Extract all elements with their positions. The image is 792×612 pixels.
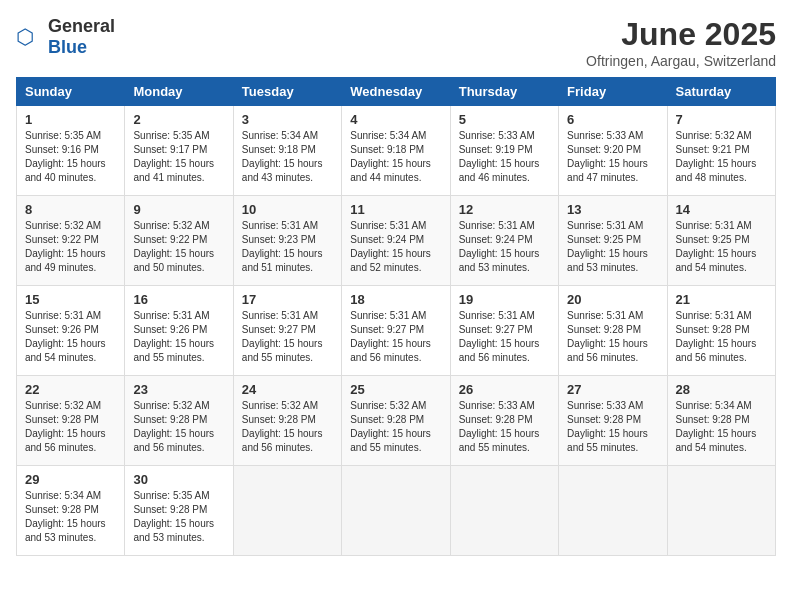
calendar-cell: 19Sunrise: 5:31 AMSunset: 9:27 PMDayligh…: [450, 286, 558, 376]
day-info: Sunrise: 5:31 AMSunset: 9:28 PMDaylight:…: [567, 309, 658, 365]
day-number: 19: [459, 292, 550, 307]
calendar-cell: 16Sunrise: 5:31 AMSunset: 9:26 PMDayligh…: [125, 286, 233, 376]
calendar-cell: 24Sunrise: 5:32 AMSunset: 9:28 PMDayligh…: [233, 376, 341, 466]
day-number: 18: [350, 292, 441, 307]
calendar-cell: 22Sunrise: 5:32 AMSunset: 9:28 PMDayligh…: [17, 376, 125, 466]
calendar-cell: 17Sunrise: 5:31 AMSunset: 9:27 PMDayligh…: [233, 286, 341, 376]
calendar-cell: 5Sunrise: 5:33 AMSunset: 9:19 PMDaylight…: [450, 106, 558, 196]
day-number: 12: [459, 202, 550, 217]
day-number: 3: [242, 112, 333, 127]
calendar-cell: 23Sunrise: 5:32 AMSunset: 9:28 PMDayligh…: [125, 376, 233, 466]
calendar-cell: 6Sunrise: 5:33 AMSunset: 9:20 PMDaylight…: [559, 106, 667, 196]
week-row-3: 15Sunrise: 5:31 AMSunset: 9:26 PMDayligh…: [17, 286, 776, 376]
calendar-cell: [233, 466, 341, 556]
day-number: 24: [242, 382, 333, 397]
day-info: Sunrise: 5:32 AMSunset: 9:28 PMDaylight:…: [242, 399, 333, 455]
calendar-cell: 29Sunrise: 5:34 AMSunset: 9:28 PMDayligh…: [17, 466, 125, 556]
calendar-cell: 25Sunrise: 5:32 AMSunset: 9:28 PMDayligh…: [342, 376, 450, 466]
day-number: 10: [242, 202, 333, 217]
day-info: Sunrise: 5:33 AMSunset: 9:28 PMDaylight:…: [459, 399, 550, 455]
day-number: 5: [459, 112, 550, 127]
day-info: Sunrise: 5:32 AMSunset: 9:22 PMDaylight:…: [133, 219, 224, 275]
calendar-cell: 11Sunrise: 5:31 AMSunset: 9:24 PMDayligh…: [342, 196, 450, 286]
day-number: 2: [133, 112, 224, 127]
day-number: 11: [350, 202, 441, 217]
day-number: 21: [676, 292, 767, 307]
week-row-1: 1Sunrise: 5:35 AMSunset: 9:16 PMDaylight…: [17, 106, 776, 196]
day-info: Sunrise: 5:31 AMSunset: 9:26 PMDaylight:…: [25, 309, 116, 365]
calendar-cell: 9Sunrise: 5:32 AMSunset: 9:22 PMDaylight…: [125, 196, 233, 286]
day-number: 1: [25, 112, 116, 127]
calendar-cell: 8Sunrise: 5:32 AMSunset: 9:22 PMDaylight…: [17, 196, 125, 286]
svg-text:⬡: ⬡: [16, 25, 34, 48]
page-title: June 2025: [586, 16, 776, 53]
title-area: June 2025 Oftringen, Aargau, Switzerland: [586, 16, 776, 69]
day-info: Sunrise: 5:31 AMSunset: 9:25 PMDaylight:…: [676, 219, 767, 275]
day-info: Sunrise: 5:35 AMSunset: 9:28 PMDaylight:…: [133, 489, 224, 545]
calendar-cell: 1Sunrise: 5:35 AMSunset: 9:16 PMDaylight…: [17, 106, 125, 196]
day-number: 17: [242, 292, 333, 307]
day-info: Sunrise: 5:31 AMSunset: 9:24 PMDaylight:…: [350, 219, 441, 275]
header-sunday: Sunday: [17, 78, 125, 106]
calendar-cell: 10Sunrise: 5:31 AMSunset: 9:23 PMDayligh…: [233, 196, 341, 286]
calendar-cell: 2Sunrise: 5:35 AMSunset: 9:17 PMDaylight…: [125, 106, 233, 196]
header-wednesday: Wednesday: [342, 78, 450, 106]
day-info: Sunrise: 5:33 AMSunset: 9:20 PMDaylight:…: [567, 129, 658, 185]
day-number: 25: [350, 382, 441, 397]
day-number: 23: [133, 382, 224, 397]
day-info: Sunrise: 5:34 AMSunset: 9:28 PMDaylight:…: [25, 489, 116, 545]
calendar-cell: 13Sunrise: 5:31 AMSunset: 9:25 PMDayligh…: [559, 196, 667, 286]
calendar-cell: [559, 466, 667, 556]
day-info: Sunrise: 5:31 AMSunset: 9:27 PMDaylight:…: [459, 309, 550, 365]
calendar-cell: 4Sunrise: 5:34 AMSunset: 9:18 PMDaylight…: [342, 106, 450, 196]
calendar-cell: 15Sunrise: 5:31 AMSunset: 9:26 PMDayligh…: [17, 286, 125, 376]
day-info: Sunrise: 5:32 AMSunset: 9:28 PMDaylight:…: [133, 399, 224, 455]
day-info: Sunrise: 5:35 AMSunset: 9:16 PMDaylight:…: [25, 129, 116, 185]
day-number: 9: [133, 202, 224, 217]
header-saturday: Saturday: [667, 78, 775, 106]
day-number: 7: [676, 112, 767, 127]
calendar-cell: 20Sunrise: 5:31 AMSunset: 9:28 PMDayligh…: [559, 286, 667, 376]
day-info: Sunrise: 5:34 AMSunset: 9:28 PMDaylight:…: [676, 399, 767, 455]
day-number: 22: [25, 382, 116, 397]
day-info: Sunrise: 5:32 AMSunset: 9:28 PMDaylight:…: [25, 399, 116, 455]
calendar-table: SundayMondayTuesdayWednesdayThursdayFrid…: [16, 77, 776, 556]
header-tuesday: Tuesday: [233, 78, 341, 106]
day-number: 14: [676, 202, 767, 217]
calendar-cell: 27Sunrise: 5:33 AMSunset: 9:28 PMDayligh…: [559, 376, 667, 466]
logo-icon: ⬡: [16, 23, 44, 51]
logo-general: General: [48, 16, 115, 36]
calendar-cell: 26Sunrise: 5:33 AMSunset: 9:28 PMDayligh…: [450, 376, 558, 466]
calendar-cell: 30Sunrise: 5:35 AMSunset: 9:28 PMDayligh…: [125, 466, 233, 556]
calendar-cell: 3Sunrise: 5:34 AMSunset: 9:18 PMDaylight…: [233, 106, 341, 196]
calendar-cell: [667, 466, 775, 556]
calendar-header-row: SundayMondayTuesdayWednesdayThursdayFrid…: [17, 78, 776, 106]
day-info: Sunrise: 5:35 AMSunset: 9:17 PMDaylight:…: [133, 129, 224, 185]
calendar-cell: 21Sunrise: 5:31 AMSunset: 9:28 PMDayligh…: [667, 286, 775, 376]
day-number: 28: [676, 382, 767, 397]
day-number: 4: [350, 112, 441, 127]
calendar-cell: [450, 466, 558, 556]
day-number: 15: [25, 292, 116, 307]
calendar-cell: 12Sunrise: 5:31 AMSunset: 9:24 PMDayligh…: [450, 196, 558, 286]
page-subtitle: Oftringen, Aargau, Switzerland: [586, 53, 776, 69]
day-number: 13: [567, 202, 658, 217]
day-info: Sunrise: 5:33 AMSunset: 9:28 PMDaylight:…: [567, 399, 658, 455]
day-info: Sunrise: 5:31 AMSunset: 9:28 PMDaylight:…: [676, 309, 767, 365]
header-monday: Monday: [125, 78, 233, 106]
day-number: 16: [133, 292, 224, 307]
logo: ⬡ General Blue: [16, 16, 115, 58]
day-info: Sunrise: 5:33 AMSunset: 9:19 PMDaylight:…: [459, 129, 550, 185]
day-number: 29: [25, 472, 116, 487]
calendar-cell: 28Sunrise: 5:34 AMSunset: 9:28 PMDayligh…: [667, 376, 775, 466]
day-info: Sunrise: 5:31 AMSunset: 9:27 PMDaylight:…: [242, 309, 333, 365]
header-friday: Friday: [559, 78, 667, 106]
day-number: 27: [567, 382, 658, 397]
page-header: ⬡ General Blue June 2025 Oftringen, Aarg…: [16, 16, 776, 69]
week-row-4: 22Sunrise: 5:32 AMSunset: 9:28 PMDayligh…: [17, 376, 776, 466]
day-info: Sunrise: 5:31 AMSunset: 9:23 PMDaylight:…: [242, 219, 333, 275]
day-info: Sunrise: 5:32 AMSunset: 9:22 PMDaylight:…: [25, 219, 116, 275]
day-info: Sunrise: 5:32 AMSunset: 9:21 PMDaylight:…: [676, 129, 767, 185]
day-info: Sunrise: 5:31 AMSunset: 9:25 PMDaylight:…: [567, 219, 658, 275]
week-row-2: 8Sunrise: 5:32 AMSunset: 9:22 PMDaylight…: [17, 196, 776, 286]
